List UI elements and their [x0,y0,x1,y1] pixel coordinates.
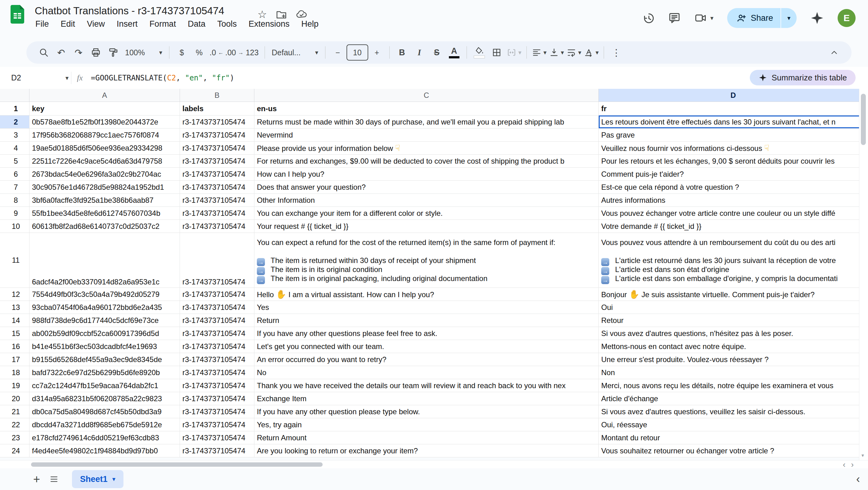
cell-C5[interactable]: For returns and exchanges, $9.00 will be… [254,155,599,168]
add-sheet-button[interactable]: + [28,470,45,488]
cell-B1[interactable]: labels [180,102,254,116]
cloud-check-icon[interactable] [296,9,307,20]
cell-D3[interactable]: Pas grave [599,128,868,142]
cell-D9[interactable]: Vous pouvez échanger votre article contr… [599,207,868,220]
cell-D19[interactable]: Merci, nous avons reçu les détails, notr… [599,379,868,392]
cell-A23[interactable]: e178cfd2749614c6dd05219ef63cdb83 [29,431,180,444]
cell-B8[interactable]: r3-1743737105474 [180,194,254,207]
cell-A9[interactable]: 55fb1bee34d5e8fe6d6127457607034b [29,207,180,220]
decrease-font-size-button[interactable]: − [329,44,346,61]
horizontal-scrollbar[interactable]: ‹ › [0,460,868,468]
share-button[interactable]: Share [727,13,780,23]
hide-toolbar-button[interactable] [826,44,843,61]
cell-D13[interactable]: Oui [599,301,868,314]
decrease-decimals-button[interactable]: .0← [208,44,225,61]
cell-B12[interactable]: r3-1743737105474 [180,288,254,301]
cell-C6[interactable]: How can I help you? [254,168,599,181]
more-toolbar-button[interactable]: ⋮ [608,44,625,61]
cell-B5[interactable]: r3-1743737105474 [180,155,254,168]
row-header-24[interactable]: 24 [0,444,29,457]
cell-C16[interactable]: Let's get you connected with our team. [254,340,599,353]
row-header-12[interactable]: 12 [0,288,29,301]
column-header-C[interactable]: C [254,89,599,102]
cell-A6[interactable]: 2673bdac54e0e6296fa3a02c9b2704ac [29,168,180,181]
cell-D14[interactable]: Retour [599,314,868,327]
cell-B16[interactable]: r3-1743737105474 [180,340,254,353]
cell-A7[interactable]: 30c90576e1d46728d5e98824a1952bd1 [29,181,180,194]
menu-extensions[interactable]: Extensions [248,19,289,29]
cell-C15[interactable]: If you have any other questions please f… [254,327,599,340]
gemini-sparkle-icon[interactable] [810,11,824,25]
cell-D4[interactable]: Veuillez nous fournir vos informations c… [599,142,868,155]
row-header-8[interactable]: 8 [0,194,29,207]
horizontal-align-button[interactable]: ▾ [530,44,548,61]
cell-D22[interactable]: Oui, réessaye [599,418,868,431]
fill-color-button[interactable] [471,44,488,61]
cell-B7[interactable]: r3-1743737105474 [180,181,254,194]
cell-D8[interactable]: Autres informations [599,194,868,207]
borders-button[interactable] [488,44,505,61]
cell-C12[interactable]: Hello ✋ I am a virtual assistant. How ca… [254,288,599,301]
cell-D7[interactable]: Est-ce que cela répond à votre question … [599,181,868,194]
cell-A3[interactable]: 17f956b3682068879cc1aec7576f0874 [29,128,180,142]
sheets-logo-icon[interactable] [10,5,24,24]
formula-input[interactable]: =GOOGLETRANSLATE(C2, "en", "fr") [91,74,234,82]
cell-C9[interactable]: You can exchange your item for a differe… [254,207,599,220]
cell-C14[interactable]: Return [254,314,599,327]
name-box[interactable]: D2 ▾ [0,73,68,82]
cell-D10[interactable]: Votre demande # {{ ticket_id }} [599,220,868,233]
move-folder-icon[interactable] [276,9,287,20]
merge-cells-button[interactable]: ▾ [505,44,523,61]
star-icon[interactable]: ☆ [257,8,267,21]
row-header-13[interactable]: 13 [0,301,29,314]
row-header-3[interactable]: 3 [0,128,29,142]
cell-C11[interactable]: You can expect a refund for the cost of … [254,233,599,288]
cell-A1[interactable]: key [29,102,180,116]
cell-B2[interactable]: r3-1743737105474 [180,116,254,128]
cell-A8[interactable]: 3bf6a0facffe3fd925a1be386b6aab87 [29,194,180,207]
cell-C24[interactable]: Are you looking to return or exchange yo… [254,444,599,457]
row-header-7[interactable]: 7 [0,181,29,194]
cell-D20[interactable]: Article d'échange [599,392,868,405]
text-wrap-button[interactable]: ▾ [565,44,583,61]
cell-B21[interactable]: r3-1743737105474 [180,405,254,418]
cell-C10[interactable]: Your request # {{ ticket_id }} [254,220,599,233]
row-header-17[interactable]: 17 [0,353,29,366]
format-currency-button[interactable]: $ [173,44,190,61]
sheet-tab-sheet1[interactable]: Sheet1 ▾ [72,470,123,488]
cell-A13[interactable]: 93cba07454f06a4a960172bbd6e2a435 [29,301,180,314]
cell-B9[interactable]: r3-1743737105474 [180,207,254,220]
cell-D17[interactable]: Une erreur s'est produite. Voulez-vous r… [599,353,868,366]
cell-B19[interactable]: r3-1743737105474 [180,379,254,392]
menu-data[interactable]: Data [188,19,205,29]
row-header-4[interactable]: 4 [0,142,29,155]
column-header-B[interactable]: B [180,89,254,102]
menu-help[interactable]: Help [301,19,319,29]
cell-A12[interactable]: 7554d49fb0f3c3c50a4a79b492d05279 [29,288,180,301]
cell-B24[interactable]: r3-1743737105474 [180,444,254,457]
font-select[interactable]: Defaul... ▾ [269,44,321,61]
menu-insert[interactable]: Insert [117,19,138,29]
account-avatar[interactable]: E [838,9,856,27]
all-sheets-button[interactable] [45,470,63,488]
menu-view[interactable]: View [87,19,105,29]
cell-C3[interactable]: Nevermind [254,128,599,142]
increase-decimals-button[interactable]: .00→ [225,44,244,61]
cell-D6[interactable]: Comment puis-je t'aider? [599,168,868,181]
cell-D18[interactable]: Non [599,366,868,379]
cell-D16[interactable]: Mettons-nous en contact avec notre équip… [599,340,868,353]
row-header-19[interactable]: 19 [0,379,29,392]
row-header-21[interactable]: 21 [0,405,29,418]
cell-C17[interactable]: An error occurred do you want to retry? [254,353,599,366]
cell-D21[interactable]: Si vous avez d'autres questions, veuille… [599,405,868,418]
cell-A20[interactable]: d314a95a68231b5f06208785a22c9823 [29,392,180,405]
cell-A18[interactable]: bafd7322c6e97d25b6299b5d6fe8920b [29,366,180,379]
row-header-14[interactable]: 14 [0,314,29,327]
cell-A22[interactable]: dbcdd47a3271dd8f9685eb675de5912e [29,418,180,431]
row-header-5[interactable]: 5 [0,155,29,168]
paint-format-button[interactable] [104,44,122,61]
document-title[interactable]: Chatbot Translations - r3-1743737105474 [35,5,224,17]
cell-C21[interactable]: If you have any other question please ty… [254,405,599,418]
comment-icon[interactable] [668,12,681,24]
cell-B3[interactable]: r3-1743737105474 [180,128,254,142]
